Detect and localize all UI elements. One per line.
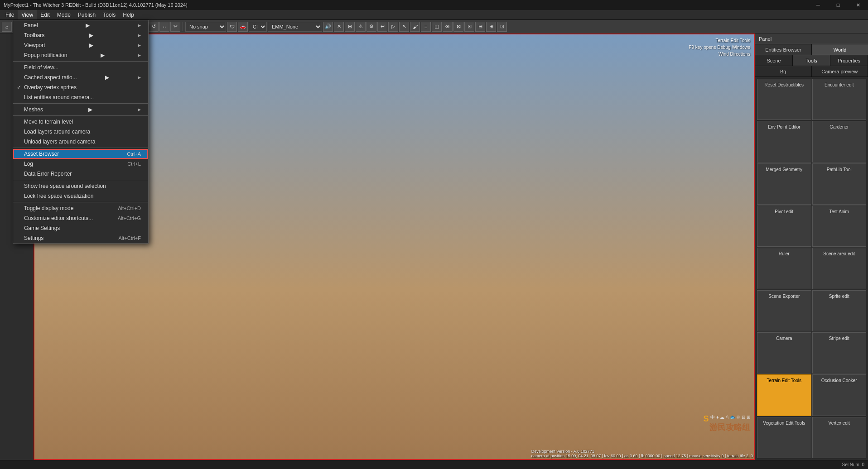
menu-edit[interactable]: Edit	[37, 10, 53, 19]
btn-occlusion-cooker[interactable]: Occlusion Cooker	[812, 374, 867, 416]
menu-field-of-view[interactable]: Field of view...	[13, 62, 148, 72]
toolbar-x[interactable]: ✕	[334, 22, 344, 32]
camera-info-text: camera at position 15.09, 04.21, 08.07 |…	[531, 454, 753, 458]
menu-cached-aspect[interactable]: Cached aspect ratio... ▶	[13, 72, 148, 82]
toolbar-more3[interactable]: ⊟	[475, 22, 485, 32]
menu-unload-layers[interactable]: Unload layers around camera	[13, 137, 148, 147]
toolbar-eye[interactable]: 👁	[443, 22, 453, 32]
panel-inner-tabs: Scene Tools Properties	[755, 55, 868, 66]
menu-asset-browser[interactable]: Asset Browser Ctrl+A	[13, 149, 148, 159]
minimize-button[interactable]: ─	[808, 0, 828, 10]
menu-publish[interactable]: Publish	[74, 10, 99, 19]
menu-overlay-vertex[interactable]: Overlay vertex sprites	[13, 82, 148, 92]
system-tray-icons: S 中 ♦ ☁ ⎙ 🐟 ♾ ⊟ ⊞	[703, 414, 750, 424]
menu-toggle-display[interactable]: Toggle display mode Alt+Ctrl+D	[13, 203, 148, 213]
menu-tools[interactable]: Tools	[99, 10, 119, 19]
btn-stripe-edit[interactable]: Stripe edit	[812, 332, 867, 373]
menu-panel[interactable]: Panel ▶	[13, 20, 148, 30]
toolbar-more1[interactable]: ⊠	[453, 22, 463, 32]
menu-lock-free-space[interactable]: Lock free space visualization	[13, 191, 148, 201]
sep5	[13, 180, 148, 180]
tab-entities-browser[interactable]: Entities Browser	[755, 44, 812, 55]
viewport-camera-info: Development Version - A.0.102771 camera …	[531, 449, 753, 458]
menu-data-error-reporter[interactable]: Data Error Reporter	[13, 169, 148, 179]
tray-icon-s: S	[703, 414, 709, 424]
menu-help[interactable]: Help	[119, 10, 138, 19]
btn-reset-destructibles[interactable]: Reset Destructibles	[757, 79, 811, 120]
view-dropdown-menu: Panel ▶ Toolbars ▶ Viewport ▶ Popup noti…	[13, 20, 149, 244]
panel-header: Panel	[755, 34, 868, 44]
tab-world[interactable]: World	[812, 44, 868, 55]
btn-env-point-editor[interactable]: Env Point Editor	[757, 121, 811, 162]
title-bar: MyProject1 - The Witcher 3 REDkit - Buil…	[0, 0, 868, 10]
btn-camera[interactable]: Camera	[757, 332, 811, 373]
btn-vertex-edit[interactable]: Vertex edit	[812, 417, 867, 458]
toolbar-move[interactable]: ↔	[159, 22, 169, 32]
menu-move-to-terrain[interactable]: Move to terrain level	[13, 117, 148, 127]
sep4	[13, 148, 148, 148]
menu-toolbars[interactable]: Toolbars ▶	[13, 30, 148, 40]
toolbar-more2[interactable]: ⊡	[464, 22, 474, 32]
toolbar-arrow2[interactable]: ↩	[377, 22, 387, 32]
toolbar-refresh[interactable]: ↺	[149, 22, 159, 32]
inner-tab-camera-preview[interactable]: Camera preview	[812, 66, 868, 77]
btn-scene-exporter[interactable]: Scene Exporter	[757, 290, 811, 331]
toolbar-more4[interactable]: ⊞	[486, 22, 496, 32]
toolbar-speaker[interactable]: 🔊	[323, 22, 333, 32]
btn-gardener[interactable]: Gardener	[812, 121, 867, 162]
menu-settings[interactable]: Settings Alt+Ctrl+F	[13, 233, 148, 243]
btn-terrain-edit-tools[interactable]: Terrain Edit Tools	[757, 374, 811, 416]
close-button[interactable]: ✕	[848, 0, 868, 10]
btn-ruler[interactable]: Ruler	[757, 248, 811, 289]
btn-vegetation-edit-tools[interactable]: Vegetation Edit Tools	[757, 417, 811, 458]
menu-viewport[interactable]: Viewport ▶	[13, 40, 148, 50]
toolbar-select-btn[interactable]: ▷	[388, 22, 398, 32]
inner-tab-bg[interactable]: Bg	[755, 66, 812, 77]
toolbar-stack[interactable]: ≡	[421, 22, 431, 32]
inner-tab-properties[interactable]: Properties	[830, 55, 868, 66]
sep6	[13, 202, 148, 202]
menu-show-free-space[interactable]: Show free space around selection	[13, 181, 148, 191]
btn-pivot-edit[interactable]: Pivot edit	[757, 206, 811, 247]
debug-info: Terrain Edit Tools F9 key opens Debug Wi…	[689, 37, 750, 57]
inner-tab-tools[interactable]: Tools	[793, 55, 830, 66]
btn-pathlib-tool[interactable]: PathLib Tool	[812, 163, 867, 205]
btn-encounter-edit[interactable]: Encounter edit	[812, 79, 867, 120]
btn-test-anim[interactable]: Test Anim	[812, 206, 867, 247]
toolbar-cursor[interactable]: ↖	[399, 22, 409, 32]
toolbar-grid[interactable]: ⊞	[345, 22, 355, 32]
emm-select[interactable]: EMM_None	[268, 22, 322, 32]
right-panel: Panel Entities Browser World Scene Tools…	[755, 34, 868, 460]
menu-mode[interactable]: Mode	[53, 10, 74, 19]
snap-select[interactable]: No snap	[185, 22, 226, 32]
toolbar-warning[interactable]: ⚠	[356, 22, 366, 32]
menu-list-entities[interactable]: List entities around camera...	[13, 92, 148, 102]
toolbar-settings[interactable]: ⚙	[366, 22, 376, 32]
menu-game-settings[interactable]: Game Settings	[13, 223, 148, 233]
btn-sprite-edit[interactable]: Sprite edit	[812, 290, 867, 331]
toolbar-home[interactable]: ⌂	[2, 22, 12, 32]
debug-line1: Terrain Edit Tools	[689, 37, 750, 44]
menu-customize-shortcuts[interactable]: Customize editor shortcuts... Alt+Ctrl+G	[13, 213, 148, 223]
toolbar-paint[interactable]: 🖌	[410, 22, 420, 32]
tray-icons-misc: 中 ♦ ☁ ⎙ 🐟 ♾ ⊟ ⊞	[710, 414, 750, 424]
menu-popup-notification[interactable]: Popup notification ▶	[13, 50, 148, 60]
menu-load-layers[interactable]: Load layers around camera	[13, 127, 148, 137]
inner-tab-scene[interactable]: Scene	[755, 55, 793, 66]
maximize-button[interactable]: □	[828, 0, 848, 10]
toolbar-car[interactable]: 🚗	[238, 22, 248, 32]
toolbar-shield[interactable]: 🛡	[227, 22, 237, 32]
menu-meshes[interactable]: Meshes ▶	[13, 105, 148, 115]
panel-grid: Reset Destructibles Encounter edit Env P…	[755, 77, 868, 460]
toolbar-layers[interactable]: ◫	[432, 22, 442, 32]
btn-scene-area-edit[interactable]: Scene area edit	[812, 248, 867, 289]
panel-tabs-row1: Entities Browser World	[755, 44, 868, 55]
title-bar-controls: ─ □ ✕	[808, 0, 868, 10]
cn-select[interactable]: CN	[249, 22, 267, 32]
btn-merged-geometry[interactable]: Merged Geometry	[757, 163, 811, 205]
toolbar-cut[interactable]: ✂	[170, 22, 180, 32]
menu-file[interactable]: File	[2, 10, 18, 19]
toolbar-more5[interactable]: ⊡	[497, 22, 507, 32]
menu-log[interactable]: Log Ctrl+L	[13, 159, 148, 169]
menu-view[interactable]: View	[18, 10, 37, 19]
